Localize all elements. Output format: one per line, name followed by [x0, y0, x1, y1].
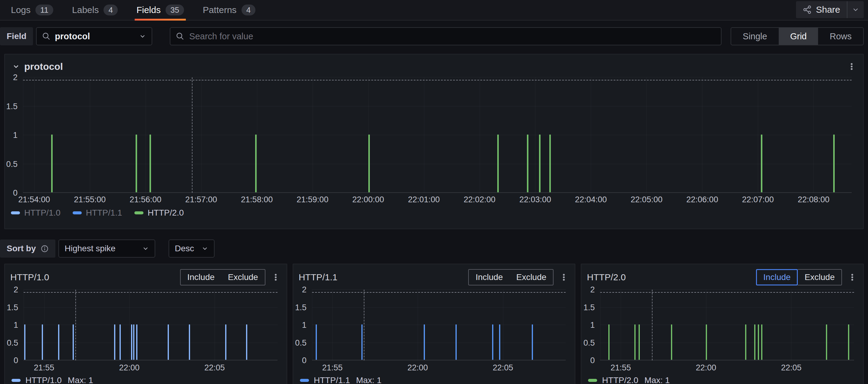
- http11-bar: [456, 324, 457, 360]
- tab-patterns[interactable]: Patterns 4: [201, 0, 257, 20]
- value-search-box: [170, 27, 721, 45]
- value-panel-http11: HTTP/1.1 Include Exclude 00.511.52 21:55…: [293, 264, 576, 384]
- y-tick-label: 1.5: [7, 303, 18, 311]
- collapse-chevron-icon[interactable]: [12, 63, 20, 70]
- http20-bar: [539, 135, 540, 192]
- legend-color-pill: [11, 211, 20, 214]
- protocol-panel-title: protocol: [24, 61, 63, 72]
- y-tick-label: 1.5: [584, 303, 595, 311]
- http20-bar: [758, 324, 759, 360]
- http10-bar: [114, 324, 115, 360]
- tab-fields[interactable]: Fields 35: [135, 0, 186, 20]
- view-option-rows[interactable]: Rows: [818, 28, 863, 45]
- x-tick-label: 21:59:00: [297, 196, 329, 204]
- x-tick-label: 21:54:00: [18, 196, 50, 204]
- info-circle-icon[interactable]: [40, 245, 49, 253]
- tab-labels[interactable]: Labels 4: [70, 0, 120, 20]
- x-tick-label: 22:00: [119, 364, 140, 372]
- chart-plot-area: [23, 77, 851, 193]
- dashed-time-marker: [652, 290, 652, 360]
- http10-bar: [246, 324, 247, 360]
- http11-chart: 00.511.52 21:5522:0022:05: [296, 290, 569, 373]
- x-axis-labels: 21:5522:0022:05: [600, 360, 854, 373]
- field-select-value: protocol: [55, 31, 90, 41]
- chart-legend: HTTP/1.0 HTTP/1.1 HTTP/2.0: [11, 208, 857, 218]
- view-option-grid[interactable]: Grid: [779, 28, 818, 45]
- mini-chart-legend[interactable]: HTTP/1.0 Max: 1: [11, 376, 281, 384]
- tab-logs[interactable]: Logs 11: [9, 0, 55, 20]
- panel-menu-kebab-icon[interactable]: [558, 272, 569, 283]
- x-tick-label: 22:02:00: [464, 196, 495, 204]
- http10-bar: [73, 324, 74, 360]
- http20-bar: [671, 324, 672, 360]
- panel-menu-kebab-icon[interactable]: [270, 272, 281, 283]
- include-exclude-group: Include Exclude: [756, 269, 842, 285]
- tab-logs-label: Logs: [11, 5, 31, 15]
- value-panel-header: HTTP/1.0 Include Exclude: [8, 269, 281, 285]
- http20-bar: [150, 135, 151, 192]
- panel-menu-kebab-icon[interactable]: [846, 61, 857, 72]
- share-menu-button[interactable]: [847, 1, 864, 18]
- sort-by-select[interactable]: Highest spike: [58, 240, 155, 257]
- value-panel-http20: HTTP/2.0 Include Exclude 00.511.52 21:55…: [581, 264, 864, 384]
- exclude-button[interactable]: Exclude: [798, 269, 842, 285]
- tab-patterns-count-badge: 4: [242, 4, 255, 15]
- y-tick-label: 2: [13, 73, 18, 82]
- value-search-input[interactable]: [189, 31, 715, 41]
- http10-bar: [58, 324, 59, 360]
- include-button[interactable]: Include: [756, 269, 798, 285]
- y-tick-label: 1: [13, 131, 18, 139]
- legend-item-http10[interactable]: HTTP/1.0: [11, 208, 61, 218]
- x-tick-label: 21:55: [611, 364, 631, 372]
- x-gridline: [146, 77, 146, 193]
- protocol-overview-chart: 00.511.52 21:54:0021:55:0021:56:0021:57:…: [8, 77, 857, 204]
- x-axis-labels: 21:5522:0022:05: [312, 360, 566, 373]
- x-gridline: [44, 290, 44, 360]
- http20-bar: [754, 324, 755, 360]
- exclude-button[interactable]: Exclude: [510, 270, 553, 285]
- y-gridline: [24, 343, 278, 343]
- http20-bar: [826, 324, 827, 360]
- include-button[interactable]: Include: [469, 270, 509, 285]
- protocol-panel-header[interactable]: protocol: [8, 59, 857, 74]
- chevron-down-icon: [201, 245, 209, 252]
- y-axis-labels: 00.511.52: [8, 290, 21, 360]
- field-select[interactable]: protocol: [36, 27, 152, 45]
- panel-menu-kebab-icon[interactable]: [847, 272, 858, 283]
- x-gridline: [90, 77, 90, 193]
- view-option-single[interactable]: Single: [731, 28, 779, 45]
- x-axis-labels: 21:54:0021:55:0021:56:0021:57:0021:58:00…: [23, 193, 851, 204]
- http20-bar: [706, 324, 707, 360]
- protocol-overview-panel: protocol 00.511.52 21:54:0021:55:0021:56…: [4, 54, 864, 229]
- y-gridline: [24, 307, 278, 308]
- http20-bar: [761, 324, 763, 360]
- legend-max-value: Max: 1: [68, 376, 93, 384]
- sort-direction-select[interactable]: Desc: [168, 240, 215, 257]
- exclude-button[interactable]: Exclude: [221, 270, 265, 285]
- x-gridline: [813, 77, 814, 193]
- legend-color-pill: [73, 211, 82, 214]
- top-tab-bar: Logs 11 Labels 4 Fields 35 Patterns 4: [0, 0, 868, 21]
- tab-logs-count-badge: 11: [35, 4, 53, 15]
- y-tick-label: 0.5: [7, 339, 18, 347]
- dashed-threshold-line: [312, 292, 566, 293]
- y-tick-label: 1.5: [295, 303, 307, 311]
- y-axis-labels: 00.511.52: [296, 290, 309, 360]
- http10-bar: [131, 324, 132, 360]
- chevron-down-icon: [139, 33, 146, 40]
- y-gridline: [600, 307, 854, 308]
- x-gridline: [417, 290, 418, 360]
- x-tick-label: 22:04:00: [575, 196, 607, 204]
- legend-item-http20[interactable]: HTTP/2.0: [134, 208, 184, 218]
- dashed-time-marker: [364, 290, 364, 360]
- layout-view-toggle: Single Grid Rows: [731, 27, 864, 45]
- y-axis-line: [24, 290, 24, 360]
- legend-item-http11[interactable]: HTTP/1.1: [73, 208, 122, 218]
- mini-chart-legend[interactable]: HTTP/2.0 Max: 1: [588, 376, 858, 384]
- http20-bar: [51, 135, 53, 192]
- http10-bar: [189, 324, 190, 360]
- x-gridline: [702, 77, 703, 193]
- share-button[interactable]: Share: [796, 1, 847, 18]
- mini-chart-legend[interactable]: HTTP/1.1 Max: 1: [300, 376, 569, 384]
- include-button[interactable]: Include: [181, 270, 221, 285]
